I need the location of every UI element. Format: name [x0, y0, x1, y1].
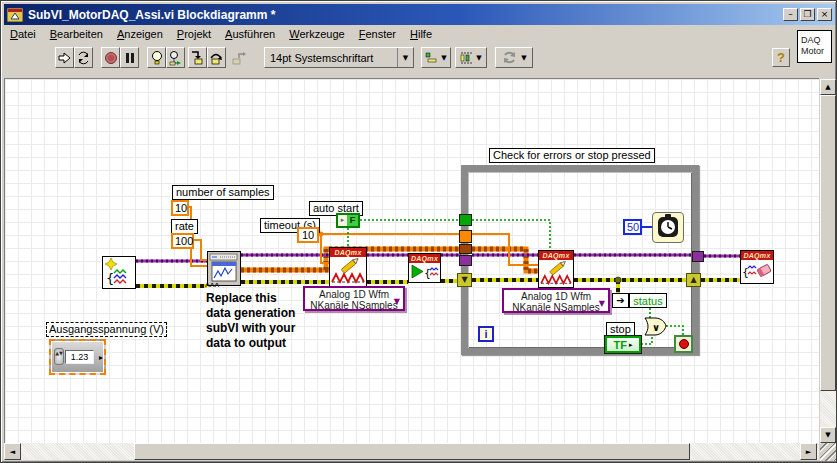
run-button[interactable] — [55, 47, 74, 68]
tunnel-task-out[interactable] — [692, 251, 704, 262]
retain-wire-values-button[interactable] — [166, 47, 185, 68]
continuous-run-icon — [76, 51, 91, 65]
or-symbol: ∨ — [652, 322, 660, 333]
selector-line2: NKanäle NSamples — [504, 302, 608, 313]
close-button[interactable]: × — [817, 8, 832, 21]
polymorphic-selector-write2[interactable]: Analog 1D Wfm NKanäle NSamples ▼ — [502, 288, 610, 313]
rate-label[interactable]: rate — [171, 219, 198, 234]
spinner-icon: ▲▼ — [54, 348, 64, 365]
stop-boolean-terminal[interactable]: TF ▸ — [605, 336, 641, 353]
selector-dropdown-icon[interactable]: ▼ — [599, 298, 605, 309]
tunnel-waveform[interactable] — [459, 244, 472, 254]
or-function[interactable]: ∨ — [644, 316, 667, 337]
boolean-false-value: F — [347, 215, 358, 226]
shift-register-left[interactable]: ▼ — [457, 273, 472, 287]
selector-line1: Analog 1D Wfm — [504, 291, 608, 302]
menu-hilfe[interactable]: Hilfe — [404, 27, 440, 41]
terminal-arrow-icon: ▸ — [99, 353, 103, 362]
boolean-true-part: ▸ — [338, 215, 347, 226]
step-out-icon — [231, 50, 246, 65]
output-voltage-label[interactable]: Ausgangsspannung (V) — [46, 322, 167, 337]
menu-bar: Datei Bearbeiten Anzeigen Projekt Ausfüh… — [4, 26, 794, 42]
pause-button[interactable] — [120, 47, 139, 68]
shift-register-right[interactable]: ▲ — [686, 273, 701, 287]
number-of-samples-constant[interactable]: 10 — [171, 200, 189, 216]
distribute-objects-button[interactable]: ▼ — [455, 47, 487, 68]
selector-dropdown-icon[interactable]: ▼ — [394, 296, 400, 307]
number-of-samples-label[interactable]: number of samples — [172, 185, 274, 200]
tunnel-task-in[interactable] — [459, 255, 472, 266]
daqmx-banner: DAQmx — [409, 254, 440, 263]
unbundle-status-element[interactable]: status — [629, 293, 667, 308]
auto-start-constant[interactable]: ▸ F — [336, 213, 360, 228]
while-loop-label[interactable]: Check for errors or stop pressed — [489, 148, 655, 163]
daqmx-clear-task-node[interactable]: DAQmx { — [740, 250, 774, 284]
create-waveform-icon: { — [103, 257, 135, 288]
menu-fenster[interactable]: Fenster — [353, 27, 404, 41]
wait-ms-node[interactable] — [652, 212, 684, 243]
wait-ms-constant[interactable]: 50 — [623, 219, 642, 235]
scroll-left-button[interactable]: ◄ — [4, 443, 21, 460]
reorder-button[interactable]: ▼ — [495, 47, 533, 68]
loop-condition-terminal[interactable] — [674, 335, 693, 353]
block-diagram-canvas[interactable]: Check for errors or stop pressed ▼ ▲ num… — [4, 78, 819, 443]
abort-button[interactable] — [101, 47, 120, 68]
run-continuous-button[interactable] — [74, 47, 93, 68]
horizontal-scroll-thumb[interactable] — [134, 443, 690, 460]
iteration-terminal[interactable]: i — [478, 326, 494, 342]
maximize-button[interactable]: ❐ — [800, 8, 815, 21]
align-objects-button[interactable]: ▼ — [421, 47, 451, 68]
labview-vi-icon — [7, 8, 23, 22]
daqmx-start-node[interactable]: DAQmx { — [408, 253, 441, 283]
terminal-arrow-icon: ▸ — [629, 341, 633, 349]
tf-glyph: TF — [614, 339, 627, 351]
context-help-button[interactable]: ? — [772, 48, 790, 67]
title-bar[interactable]: SubVI_MotorDAQ_Assi.vi Blockdiagramm * –… — [4, 4, 835, 25]
tunnel-timeout[interactable] — [459, 230, 472, 243]
menu-werkzeuge[interactable]: Werkzeuge — [283, 27, 352, 41]
daqmx-write-node[interactable]: DAQmx — [329, 247, 367, 287]
reorder-dropdown-icon: ▼ — [521, 54, 526, 62]
create-task-node[interactable]: { — [102, 256, 136, 289]
comment-line-2: data generation — [206, 306, 295, 321]
output-voltage-control-terminal[interactable]: ▲▼ 1.23 ▸ — [49, 339, 106, 375]
scroll-right-button[interactable]: ► — [800, 443, 817, 460]
labview-window: SubVI_MotorDAQ_Assi.vi Blockdiagramm * –… — [0, 0, 837, 463]
resize-grip[interactable] — [820, 443, 837, 461]
clear-eraser-icon: { — [741, 260, 773, 283]
stop-label[interactable]: stop — [606, 322, 635, 337]
write-pencil-icon — [330, 257, 366, 286]
daqmx-write-node-loop[interactable]: DAQmx — [538, 250, 574, 288]
vertical-scrollbar[interactable]: ▲ ▼ — [820, 79, 836, 443]
run-arrow-icon — [57, 51, 72, 65]
step-out-button[interactable] — [229, 47, 248, 68]
menu-projekt[interactable]: Projekt — [171, 27, 219, 41]
menu-bearbeiten[interactable]: Bearbeiten — [44, 27, 111, 41]
unbundle-arrow-icon[interactable]: ➔ — [612, 293, 629, 308]
step-over-button[interactable] — [207, 47, 226, 68]
align-objects-icon — [425, 52, 439, 64]
font-selector[interactable]: 14pt Systemschriftart ▼ — [264, 47, 414, 68]
replace-comment[interactable]: Replace this data generation subVI with … — [206, 291, 295, 351]
vi-icon-line1: DAQ — [801, 35, 831, 46]
rate-constant[interactable]: 100 — [171, 233, 194, 249]
tunnel-boolean[interactable] — [459, 214, 472, 226]
menu-anzeigen[interactable]: Anzeigen — [111, 27, 171, 41]
polymorphic-selector-write1[interactable]: Analog 1D Wfm NKanäle NSamples ▼ — [303, 286, 405, 311]
vi-icon-panel[interactable]: DAQ Motor — [797, 30, 832, 63]
timeout-constant[interactable]: 10 — [297, 227, 319, 243]
menu-datei[interactable]: Datei — [4, 27, 44, 41]
vertical-scroll-thumb[interactable] — [820, 95, 836, 391]
distribute-objects-icon — [460, 52, 474, 64]
font-dropdown-icon[interactable]: ▼ — [397, 48, 413, 67]
horizontal-scrollbar[interactable]: ◄ ► — [4, 443, 819, 460]
step-into-button[interactable] — [188, 47, 207, 68]
scroll-up-button[interactable]: ▲ — [820, 79, 836, 95]
menu-ausfuehren[interactable]: Ausführen — [219, 27, 283, 41]
reorder-icon — [501, 51, 519, 64]
highlight-execution-button[interactable] — [147, 47, 166, 68]
scroll-down-button[interactable]: ▼ — [820, 427, 836, 443]
minimize-button[interactable]: – — [783, 8, 798, 21]
stop-sign-icon — [679, 339, 689, 349]
align-dropdown-icon: ▼ — [441, 54, 446, 62]
